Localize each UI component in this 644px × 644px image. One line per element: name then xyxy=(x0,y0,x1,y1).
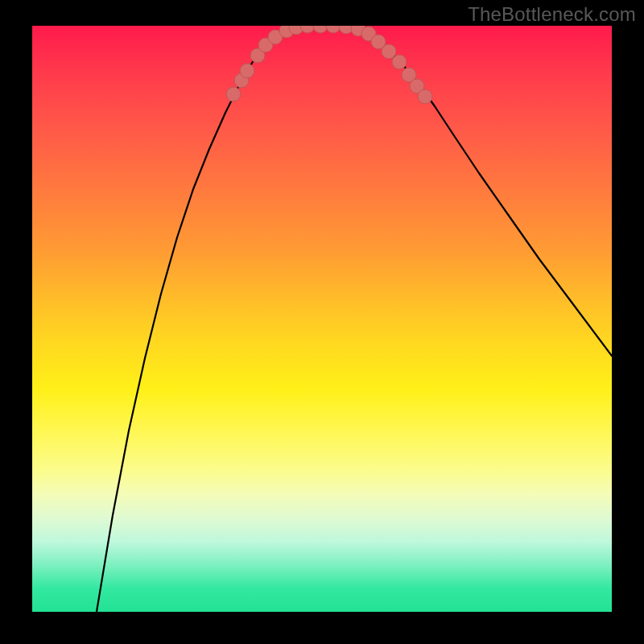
data-marker xyxy=(392,55,407,69)
watermark-label: TheBottleneck.com xyxy=(468,3,636,26)
data-marker xyxy=(226,87,241,101)
data-marker xyxy=(300,26,315,33)
curve-path-group xyxy=(97,26,612,612)
data-marker xyxy=(326,26,341,33)
marker-group xyxy=(226,26,432,104)
bottleneck-curve xyxy=(32,26,612,612)
chart-frame: TheBottleneck.com xyxy=(0,0,644,644)
data-marker xyxy=(240,64,254,78)
plot-area xyxy=(32,26,612,612)
data-marker xyxy=(418,89,432,104)
curve-path xyxy=(97,26,612,612)
data-marker xyxy=(313,26,328,33)
